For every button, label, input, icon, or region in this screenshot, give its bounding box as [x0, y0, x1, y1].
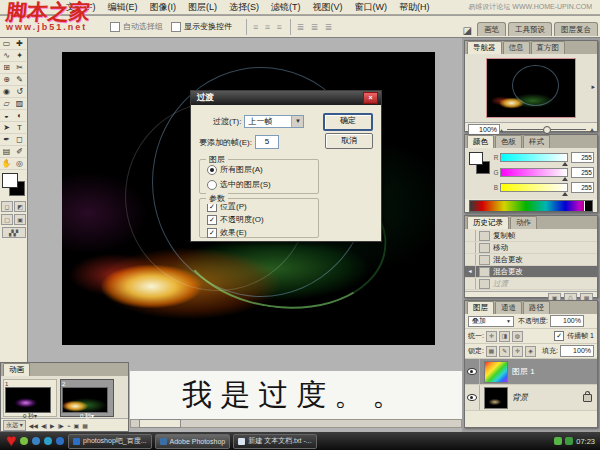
frame-delay[interactable]: 0 秒▾: [62, 413, 112, 420]
menu-item[interactable]: 图层(L): [182, 1, 223, 14]
tween-button[interactable]: ⌁: [67, 422, 71, 429]
color-panel-tab[interactable]: 样式: [523, 135, 550, 148]
layers-tab[interactable]: 图层: [467, 301, 494, 314]
visibility-toggle[interactable]: [465, 359, 480, 384]
first-frame-button[interactable]: ◀◀: [29, 422, 38, 429]
tool-hand[interactable]: ✋: [0, 158, 13, 170]
start-button[interactable]: ♥: [6, 433, 16, 449]
effects-checkbox[interactable]: ✓ 效果(E): [207, 227, 318, 238]
tool-healing-brush[interactable]: ⊕: [0, 74, 13, 86]
color-panel-tab[interactable]: 颜色: [467, 135, 494, 148]
next-frame-button[interactable]: |▶: [58, 422, 64, 429]
menu-item[interactable]: 图像(I): [144, 1, 183, 14]
cancel-button[interactable]: 取消: [325, 133, 373, 149]
history-tab[interactable]: 动作: [510, 216, 537, 229]
history-state-row[interactable]: ◂ 混合更改: [465, 266, 597, 278]
taskbar-item-notepad[interactable]: 新建 文本文档.txt -...: [233, 434, 316, 449]
unify-position-icon[interactable]: ✛: [486, 331, 497, 342]
tool-pen[interactable]: ✒: [0, 134, 13, 146]
zoom-in-icon[interactable]: ▴: [590, 125, 594, 134]
previous-frame-button[interactable]: ◀|: [41, 422, 47, 429]
trash-icon[interactable]: ▦: [82, 422, 88, 429]
tool-brush[interactable]: ✎: [13, 74, 26, 86]
scrollbar-thumb[interactable]: [139, 419, 181, 428]
ok-button[interactable]: 确定: [323, 113, 373, 131]
distribute-buttons-icon[interactable]: ≣ ≣ ≣: [297, 22, 335, 32]
history-state-row[interactable]: 过渡: [465, 278, 597, 290]
unify-style-icon[interactable]: ◍: [512, 331, 523, 342]
tool-path-selection[interactable]: ➤: [0, 122, 13, 134]
menu-item[interactable]: 帮助(H): [393, 1, 436, 14]
history-source-well[interactable]: [465, 230, 476, 241]
horizontal-scrollbar[interactable]: [130, 419, 462, 428]
all-layers-radio[interactable]: 所有图层(A): [207, 164, 318, 175]
red-slider[interactable]: [500, 153, 568, 162]
propagate-checkbox[interactable]: ✓ 传播帧 1: [554, 331, 594, 341]
close-icon[interactable]: ×: [363, 92, 378, 104]
lock-transparency-icon[interactable]: ▦: [486, 346, 497, 357]
opacity-checkbox[interactable]: ✓ 不透明度(O): [207, 214, 318, 225]
tool-eyedropper[interactable]: ✐: [13, 146, 26, 158]
history-tab[interactable]: 历史记录: [467, 216, 509, 229]
loop-select[interactable]: 永远 ▾: [3, 420, 26, 431]
layer-row-layer1[interactable]: 图层 1: [465, 359, 597, 385]
tool-crop[interactable]: ⊞: [0, 62, 13, 74]
slider-knob[interactable]: [543, 126, 551, 134]
animation-tab[interactable]: 动画: [3, 363, 30, 376]
tool-magic-wand[interactable]: ✦: [13, 50, 26, 62]
palette-well-tab[interactable]: 工具预设: [508, 22, 552, 36]
black-swatch[interactable]: [584, 201, 592, 211]
history-state-row[interactable]: 混合更改: [465, 254, 597, 266]
quicklaunch-icon[interactable]: [32, 437, 40, 445]
layer-row-background[interactable]: 背景: [465, 385, 597, 411]
history-state-row[interactable]: 复制帧: [465, 230, 597, 242]
navigator-tab[interactable]: 导航器: [467, 41, 502, 54]
selected-layers-radio[interactable]: 选中的图层(S): [207, 179, 318, 190]
blue-value-field[interactable]: 255: [571, 182, 594, 193]
tool-gradient[interactable]: ▨: [13, 98, 26, 110]
foreground-color-swatch[interactable]: [2, 173, 18, 188]
animation-frame[interactable]: 2 0 秒▾: [60, 379, 114, 417]
navigator-preview[interactable]: [486, 58, 576, 118]
dialog-titlebar[interactable]: 过渡 ×: [191, 91, 381, 105]
standard-screen-button[interactable]: ▢: [1, 214, 13, 225]
history-source-well[interactable]: [465, 254, 476, 265]
blue-slider[interactable]: [500, 183, 568, 192]
tween-with-select[interactable]: 上一帧 ▼: [244, 115, 304, 128]
menu-item[interactable]: 文件(F): [60, 1, 102, 14]
foreground-color-swatch[interactable]: [469, 152, 483, 165]
menu-item[interactable]: 选择(S): [223, 1, 265, 14]
palette-well-tab[interactable]: 画笔: [477, 22, 506, 36]
tool-type[interactable]: T: [13, 122, 26, 134]
green-value-field[interactable]: 255: [571, 167, 594, 178]
tool-lasso[interactable]: ∿: [0, 50, 13, 62]
align-buttons-icon[interactable]: ≡ ≡ ≡: [253, 22, 284, 32]
quicklaunch-icon[interactable]: [20, 437, 28, 445]
layer-name[interactable]: 背景: [512, 392, 528, 403]
zoom-out-icon[interactable]: ▴: [500, 126, 503, 133]
tray-icon[interactable]: [565, 437, 573, 445]
fill-field[interactable]: 100%: [560, 345, 594, 357]
quicklaunch-icon[interactable]: [56, 437, 64, 445]
tool-dodge[interactable]: ◐: [13, 110, 26, 122]
navigator-tab[interactable]: 直方图: [531, 41, 566, 54]
tool-shape[interactable]: ◻: [13, 134, 26, 146]
auto-select-checkbox[interactable]: 自动选择组: [110, 21, 163, 32]
history-source-well[interactable]: [465, 278, 476, 289]
taskbar-item-photoshop[interactable]: Adobe Photoshop: [155, 434, 231, 449]
frames-to-add-input[interactable]: 5: [255, 135, 279, 149]
red-value-field[interactable]: 255: [571, 152, 594, 163]
animation-frame[interactable]: 1 0 秒▾: [3, 379, 57, 417]
quick-mask-button[interactable]: ◩: [14, 201, 26, 212]
tool-slice[interactable]: ✂: [13, 62, 26, 74]
tool-eraser[interactable]: ▱: [0, 98, 13, 110]
history-state-row[interactable]: 移动: [465, 242, 597, 254]
color-spectrum-ramp[interactable]: [469, 200, 593, 212]
tool-move[interactable]: ✚: [13, 38, 26, 50]
tray-icon[interactable]: [554, 437, 562, 445]
new-frame-button[interactable]: ▣: [74, 422, 80, 429]
quicklaunch-icon[interactable]: [44, 437, 52, 445]
visibility-toggle[interactable]: [465, 385, 480, 410]
tool-clone-stamp[interactable]: ◉: [0, 86, 13, 98]
play-button[interactable]: ▶: [50, 422, 55, 429]
